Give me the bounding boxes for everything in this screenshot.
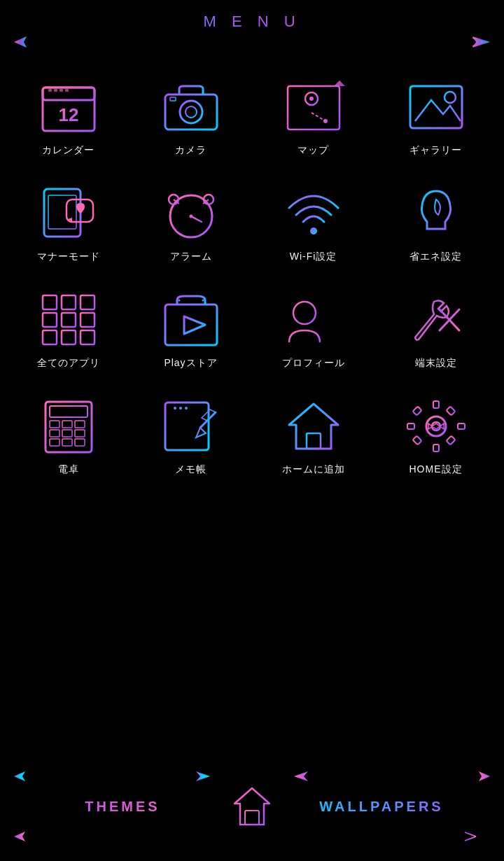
- svg-marker-59: [184, 316, 205, 334]
- camera-item[interactable]: カメラ: [130, 63, 252, 169]
- svg-point-18: [186, 106, 197, 118]
- svg-line-27: [312, 113, 326, 121]
- apps-label: 全てのアプリ: [37, 357, 100, 370]
- calculator-item[interactable]: 電卓: [7, 382, 130, 489]
- wifi-item[interactable]: Wi-Fi設定: [252, 169, 374, 276]
- calendar-item[interactable]: 12 カレンダー: [7, 63, 130, 169]
- svg-rect-12: [54, 89, 57, 92]
- memo-label: メモ帳: [175, 463, 206, 476]
- map-item[interactable]: マップ: [252, 63, 374, 169]
- svg-rect-73: [75, 430, 85, 437]
- home-center-icon[interactable]: [224, 785, 280, 827]
- svg-rect-11: [48, 89, 52, 92]
- svg-point-58: [202, 300, 204, 302]
- svg-point-78: [174, 407, 176, 410]
- bottom-arrow-top: [0, 770, 504, 783]
- svg-rect-13: [59, 89, 63, 92]
- memo-item[interactable]: メモ帳: [130, 382, 252, 489]
- svg-rect-69: [62, 421, 72, 428]
- svg-rect-99: [412, 436, 421, 445]
- svg-rect-100: [446, 407, 455, 416]
- settings-item[interactable]: 端末設定: [374, 276, 497, 382]
- svg-line-41: [191, 216, 202, 222]
- svg-rect-31: [44, 189, 80, 237]
- svg-rect-76: [75, 439, 85, 446]
- svg-marker-0: [14, 36, 27, 48]
- homesettings-icon: [401, 395, 471, 458]
- svg-rect-53: [43, 330, 57, 344]
- homeadd-label: ホームに追加: [282, 463, 345, 476]
- playstore-item[interactable]: Playストア: [130, 276, 252, 382]
- power-item[interactable]: 省エネ設定: [374, 169, 497, 276]
- bottom-nav: THEMES WALLPAPERS: [0, 770, 504, 861]
- svg-rect-68: [50, 421, 59, 428]
- svg-rect-50: [43, 313, 57, 327]
- gallery-icon: [401, 76, 471, 139]
- svg-point-17: [180, 101, 202, 123]
- wifi-label: Wi-Fi設定: [290, 251, 337, 263]
- svg-point-80: [185, 407, 188, 410]
- svg-rect-96: [458, 424, 465, 429]
- svg-rect-56: [165, 304, 217, 345]
- svg-marker-101: [14, 771, 25, 781]
- svg-point-30: [444, 92, 456, 103]
- alarm-item[interactable]: アラーム: [130, 169, 252, 276]
- svg-rect-55: [80, 330, 94, 344]
- bottom-arrow-bottom: [0, 830, 504, 843]
- profile-item[interactable]: プロフィール: [252, 276, 374, 382]
- svg-point-43: [310, 227, 317, 234]
- svg-rect-75: [62, 439, 72, 446]
- svg-point-25: [309, 97, 314, 101]
- alarm-label: アラーム: [170, 251, 212, 263]
- svg-point-79: [179, 407, 182, 410]
- apps-icon: [34, 288, 104, 351]
- svg-rect-97: [412, 407, 421, 416]
- calendar-label: カレンダー: [42, 144, 94, 157]
- manner-label: マナーモード: [37, 251, 100, 263]
- map-label: マップ: [298, 144, 329, 157]
- camera-icon: [156, 76, 226, 139]
- homesettings-item[interactable]: HOME設定: [374, 382, 497, 489]
- homeadd-icon: [279, 395, 349, 458]
- svg-rect-72: [62, 430, 72, 437]
- header: M E N U: [0, 0, 504, 49]
- gallery-item[interactable]: ギャラリー: [374, 63, 497, 169]
- svg-point-42: [189, 215, 192, 218]
- svg-rect-48: [62, 295, 76, 309]
- apps-item[interactable]: 全てのアプリ: [7, 276, 130, 382]
- svg-marker-23: [334, 80, 345, 86]
- svg-rect-52: [80, 313, 94, 327]
- svg-rect-93: [433, 401, 439, 408]
- svg-point-57: [178, 300, 180, 302]
- settings-label: 端末設定: [415, 357, 457, 370]
- svg-marker-85: [196, 428, 206, 438]
- svg-point-60: [293, 302, 316, 324]
- svg-rect-94: [433, 444, 439, 451]
- icon-grid: 12 カレンダー: [0, 49, 504, 489]
- bottom-labels: THEMES WALLPAPERS: [0, 785, 504, 827]
- svg-rect-47: [43, 295, 57, 309]
- playstore-label: Playストア: [164, 357, 217, 370]
- svg-point-91: [426, 416, 446, 436]
- manner-item[interactable]: マナーモード: [7, 169, 130, 276]
- camera-label: カメラ: [175, 144, 206, 157]
- profile-label: プロフィール: [282, 357, 345, 370]
- svg-marker-2: [472, 36, 490, 48]
- wallpapers-button[interactable]: WALLPAPERS: [280, 799, 483, 815]
- memo-icon: [156, 395, 226, 458]
- themes-button[interactable]: THEMES: [21, 799, 224, 815]
- power-label: 省エネ設定: [410, 251, 462, 263]
- svg-marker-111: [14, 832, 25, 841]
- svg-marker-104: [479, 771, 490, 781]
- svg-point-28: [323, 119, 328, 123]
- svg-rect-95: [407, 424, 414, 429]
- menu-title: M E N U: [0, 13, 504, 31]
- gallery-label: ギャラリー: [410, 144, 462, 157]
- alarm-icon: [156, 182, 226, 245]
- playstore-icon: [156, 288, 226, 351]
- svg-text:12: 12: [58, 104, 78, 125]
- wifi-icon: [279, 182, 349, 245]
- svg-rect-98: [446, 436, 455, 445]
- homesettings-label: HOME設定: [410, 463, 463, 476]
- homeadd-item[interactable]: ホームに追加: [252, 382, 374, 489]
